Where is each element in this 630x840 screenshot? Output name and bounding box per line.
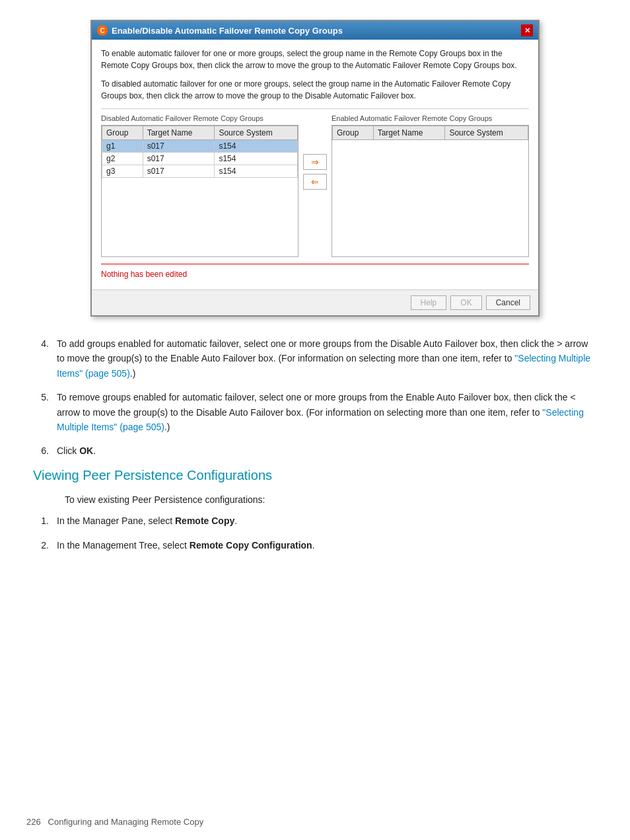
step-6: 6. Click OK.: [33, 443, 597, 458]
left-col-source: Source System: [215, 126, 298, 140]
right-data-table: Group Target Name Source System: [332, 126, 528, 140]
section-step-1-text: In the Manager Pane, select Remote Copy.: [57, 514, 597, 528]
right-col-target: Target Name: [373, 126, 445, 140]
step-6-num: 6.: [33, 443, 49, 458]
step-6-ok-bold: OK: [79, 445, 93, 456]
dialog-title: Enable/Disable Automatic Failover Remote…: [112, 26, 343, 36]
section-step-2-bold: Remote Copy Configuration: [190, 540, 312, 551]
status-text: Nothing has been edited: [101, 270, 187, 279]
right-col-source: Source System: [445, 126, 528, 140]
dialog-separator: [101, 108, 529, 109]
right-table-label: Enabled Automatic Failover Remote Copy G…: [332, 114, 529, 122]
left-table-header-row: Group Target Name Source System: [102, 126, 298, 140]
content-area: 4. To add groups enabled for automatic f…: [26, 336, 604, 553]
help-button[interactable]: Help: [411, 295, 447, 310]
page-number: 226: [26, 817, 41, 827]
main-steps-list: 4. To add groups enabled for automatic f…: [33, 336, 597, 459]
step-4-link[interactable]: "Selecting Multiple Items" (page 505): [57, 353, 590, 378]
dialog-desc1: To enable automatic failover for one or …: [101, 48, 529, 71]
cancel-button[interactable]: Cancel: [486, 295, 530, 310]
move-right-button[interactable]: ⇒: [303, 154, 327, 170]
step-5: 5. To remove groups enabled for automati…: [33, 390, 597, 434]
step-5-text: To remove groups enabled for automatic f…: [57, 390, 597, 434]
dialog-window: C Enable/Disable Automatic Failover Remo…: [90, 20, 540, 317]
dialog-desc2: To disabled automatic failover for one o…: [101, 78, 529, 102]
table-row[interactable]: g3s017s154: [102, 165, 298, 178]
status-bar: Nothing has been edited: [101, 264, 529, 282]
section-intro: To view existing Peer Persistence config…: [65, 492, 597, 507]
step-4: 4. To add groups enabled for automatic f…: [33, 336, 597, 381]
page-footer: 226 Configuring and Managing Remote Copy: [26, 817, 203, 827]
step-5-num: 5.: [33, 390, 49, 434]
step-5-link[interactable]: "Selecting Multiple Items" (page 505): [57, 407, 584, 432]
left-data-table: Group Target Name Source System g1s017s1…: [102, 126, 298, 178]
step-4-text: To add groups enabled for automatic fail…: [57, 336, 597, 381]
section-step-1-bold: Remote Copy: [175, 515, 234, 526]
section-step-2: 2. In the Management Tree, select Remote…: [33, 538, 597, 553]
left-table-label: Disabled Automatic Failover Remote Copy …: [101, 114, 298, 122]
section-heading: Viewing Peer Persistence Configurations: [33, 468, 597, 483]
left-col-group: Group: [102, 126, 143, 140]
step-4-num: 4.: [33, 336, 49, 381]
dialog-footer: Help OK Cancel: [92, 289, 538, 315]
dialog-close-button[interactable]: ✕: [521, 24, 533, 36]
step-6-text: Click OK.: [57, 443, 597, 458]
table-row[interactable]: g1s017s154: [102, 140, 298, 153]
left-table-body: g1s017s154g2s017s154g3s017s154: [102, 140, 298, 178]
section-step-2-num: 2.: [33, 538, 49, 553]
left-table-wrapper: Group Target Name Source System g1s017s1…: [101, 125, 298, 257]
left-col-target: Target Name: [143, 126, 215, 140]
table-row[interactable]: g2s017s154: [102, 153, 298, 165]
right-col-group: Group: [333, 126, 374, 140]
dialog-titlebar-left: C Enable/Disable Automatic Failover Remo…: [97, 25, 343, 36]
section-step-1: 1. In the Manager Pane, select Remote Co…: [33, 514, 597, 528]
right-table-section: Enabled Automatic Failover Remote Copy G…: [332, 114, 529, 257]
move-left-button[interactable]: ⇐: [303, 174, 327, 190]
section-step-2-text: In the Management Tree, select Remote Co…: [57, 538, 597, 553]
left-table-section: Disabled Automatic Failover Remote Copy …: [101, 114, 298, 257]
section-steps-list: 1. In the Manager Pane, select Remote Co…: [33, 514, 597, 553]
page-section: Configuring and Managing Remote Copy: [48, 817, 204, 827]
dialog-titlebar: C Enable/Disable Automatic Failover Remo…: [92, 21, 538, 40]
dialog-app-icon: C: [97, 25, 108, 36]
section-step-1-num: 1.: [33, 514, 49, 528]
tables-container: Disabled Automatic Failover Remote Copy …: [101, 114, 529, 257]
ok-button[interactable]: OK: [450, 295, 481, 310]
dialog-body: To enable automatic failover for one or …: [92, 40, 538, 289]
right-table-wrapper: Group Target Name Source System: [332, 125, 529, 257]
right-table-header-row: Group Target Name Source System: [333, 126, 528, 140]
arrows-column: ⇒ ⇐: [298, 154, 332, 190]
